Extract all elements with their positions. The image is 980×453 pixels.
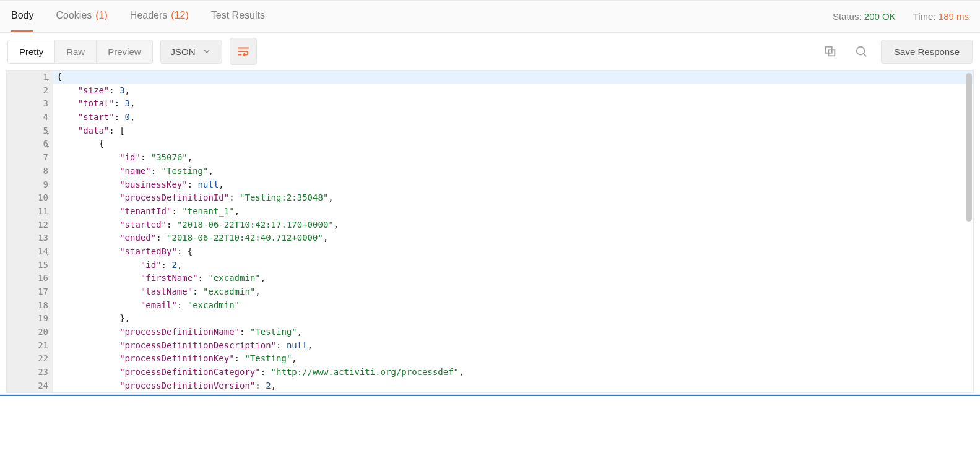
response-meta: Status: 200 OK Time: 189 ms bbox=[833, 11, 969, 22]
tab-headers-label: Headers bbox=[130, 10, 167, 21]
gutter-line: 13 bbox=[7, 231, 48, 245]
wrap-icon bbox=[236, 45, 250, 58]
code-line: "id": "35076", bbox=[53, 151, 973, 165]
chevron-down-icon bbox=[202, 46, 212, 56]
tab-cookies-count: (1) bbox=[95, 10, 108, 21]
gutter-line: 2 bbox=[7, 84, 48, 98]
code-line: "businessKey": null, bbox=[53, 178, 973, 192]
gutter-line: 18 bbox=[7, 299, 48, 313]
code-line: "total": 3, bbox=[53, 97, 973, 111]
copy-button[interactable] bbox=[819, 40, 841, 63]
language-select[interactable]: JSON bbox=[160, 40, 222, 64]
tab-headers-count: (12) bbox=[171, 10, 188, 21]
status-block: Status: 200 OK bbox=[833, 11, 896, 22]
view-raw-button[interactable]: Raw bbox=[54, 40, 96, 63]
tab-headers[interactable]: Headers (12) bbox=[130, 1, 189, 32]
toolbar-right: Save Response bbox=[819, 40, 973, 64]
gutter-line: 7 bbox=[7, 151, 48, 165]
gutter-line: 21 bbox=[7, 339, 48, 353]
tab-body-label: Body bbox=[11, 10, 33, 21]
time-label: Time: bbox=[913, 11, 936, 22]
time-block: Time: 189 ms bbox=[913, 11, 969, 22]
code-line: "name": "Testing", bbox=[53, 165, 973, 178]
gutter-line: 20 bbox=[7, 326, 48, 339]
status-value: 200 OK bbox=[864, 11, 896, 22]
gutter-line: 23 bbox=[7, 366, 48, 379]
code-line: "email": "excadmin" bbox=[53, 299, 973, 313]
gutter-line: 16 bbox=[7, 272, 48, 285]
response-tabs-row: Body Cookies (1) Headers (12) Test Resul… bbox=[0, 1, 980, 33]
gutter-line: 5 bbox=[7, 124, 48, 138]
code-line: "start": 0, bbox=[53, 111, 973, 124]
bottom-accent-bar bbox=[0, 395, 980, 396]
code-line: "processDefinitionName": "Testing", bbox=[53, 326, 973, 339]
view-mode-segment: Pretty Raw Preview bbox=[7, 40, 153, 64]
view-raw-label: Raw bbox=[66, 46, 85, 57]
tab-cookies-label: Cookies bbox=[56, 10, 92, 21]
gutter-line: 10 bbox=[7, 191, 48, 205]
gutter-line: 24 bbox=[7, 379, 48, 393]
scrollbar-thumb[interactable] bbox=[966, 73, 972, 222]
code-line: "startedBy": { bbox=[53, 245, 973, 259]
code-line: "firstName": "excadmin", bbox=[53, 272, 973, 285]
gutter-line: 11 bbox=[7, 205, 48, 218]
gutter-line: 4 bbox=[7, 111, 48, 124]
gutter-line: 6 bbox=[7, 137, 48, 151]
code-line: }, bbox=[53, 312, 973, 326]
gutter-line: 8 bbox=[7, 165, 48, 178]
save-response-label: Save Response bbox=[894, 46, 960, 57]
gutter-line: 14 bbox=[7, 245, 48, 259]
wrap-lines-button[interactable] bbox=[230, 38, 257, 65]
code-viewer: 1 2 3 4 5 6 7 8 9 10 11 12 13 14 15 16 1… bbox=[6, 70, 974, 393]
gutter-line: 3 bbox=[7, 97, 48, 111]
gutter-line: 22 bbox=[7, 352, 48, 366]
save-response-button[interactable]: Save Response bbox=[881, 40, 973, 64]
response-panel: Body Cookies (1) Headers (12) Test Resul… bbox=[0, 0, 980, 395]
code-line: "lastName": "excadmin", bbox=[53, 285, 973, 299]
code-body[interactable]: { "size": 3, "total": 3, "start": 0, "da… bbox=[53, 71, 973, 392]
gutter-line: 9 bbox=[7, 178, 48, 192]
svg-line-5 bbox=[864, 54, 867, 57]
tab-body[interactable]: Body bbox=[11, 1, 33, 32]
view-pretty-label: Pretty bbox=[19, 46, 43, 57]
code-line: { bbox=[53, 71, 973, 84]
code-line: "processDefinitionId": "Testing:2:35048"… bbox=[53, 191, 973, 205]
code-line: "size": 3, bbox=[53, 84, 973, 98]
tab-tests-label: Test Results bbox=[211, 10, 265, 21]
code-line: "data": [ bbox=[53, 124, 973, 138]
code-line: { bbox=[53, 137, 973, 151]
code-line: "ended": "2018-06-22T10:42:40.712+0000", bbox=[53, 231, 973, 245]
search-icon bbox=[854, 45, 868, 58]
code-line: "processDefinitionVersion": 2, bbox=[53, 379, 973, 392]
tab-test-results[interactable]: Test Results bbox=[211, 1, 265, 32]
code-line: "processDefinitionCategory": "http://www… bbox=[53, 366, 973, 379]
gutter-line: 15 bbox=[7, 259, 48, 272]
code-line: "processDefinitionKey": "Testing", bbox=[53, 352, 973, 366]
svg-point-4 bbox=[857, 47, 865, 55]
view-preview-label: Preview bbox=[108, 46, 141, 57]
code-gutter: 1 2 3 4 5 6 7 8 9 10 11 12 13 14 15 16 1… bbox=[7, 71, 53, 392]
search-button[interactable] bbox=[850, 40, 872, 63]
gutter-line: 19 bbox=[7, 312, 48, 326]
gutter-line: 17 bbox=[7, 285, 48, 299]
code-line: "tenantId": "tenant_1", bbox=[53, 205, 973, 218]
view-preview-button[interactable]: Preview bbox=[96, 40, 152, 63]
copy-icon bbox=[823, 45, 837, 58]
code-line: "processDefinitionDescription": null, bbox=[53, 339, 973, 353]
language-select-label: JSON bbox=[171, 46, 196, 57]
view-pretty-button[interactable]: Pretty bbox=[8, 40, 54, 63]
tab-cookies[interactable]: Cookies (1) bbox=[56, 1, 107, 32]
code-line: "id": 2, bbox=[53, 259, 973, 272]
body-toolbar: Pretty Raw Preview JSON Save Response bbox=[0, 33, 980, 70]
status-label: Status: bbox=[833, 11, 862, 22]
response-tabs: Body Cookies (1) Headers (12) Test Resul… bbox=[11, 1, 265, 32]
gutter-line: 1 bbox=[7, 71, 48, 84]
code-line: "started": "2018-06-22T10:42:17.170+0000… bbox=[53, 218, 973, 232]
time-value: 189 ms bbox=[939, 11, 969, 22]
gutter-line: 12 bbox=[7, 218, 48, 232]
